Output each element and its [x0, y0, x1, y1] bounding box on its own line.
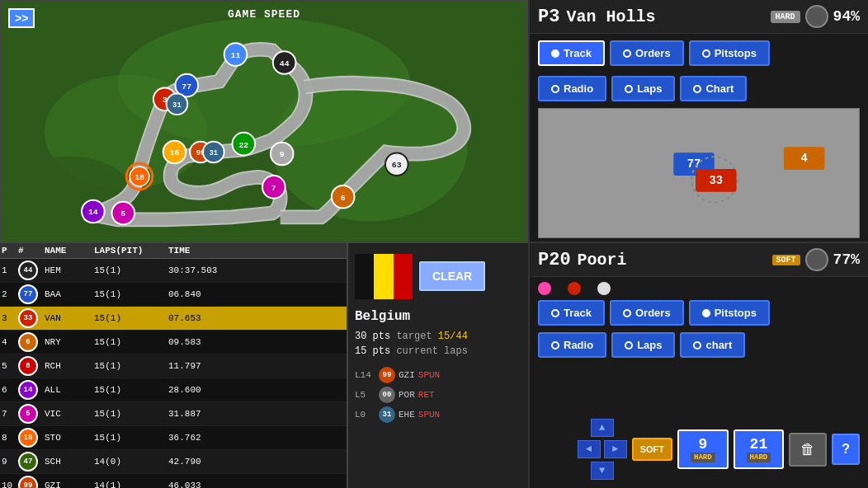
standings-header: P # NAME LAPS(PIT) TIME	[0, 243, 347, 259]
svg-text:77: 77	[182, 82, 191, 92]
action-buttons: ▲ ◄ ► ▼ SOFT 9 HARD 21	[530, 415, 868, 488]
hard-tire-21-button[interactable]: 21 HARD	[734, 429, 785, 469]
driver2-tire-type: SOFT	[772, 255, 800, 265]
soft-tire-button[interactable]: SOFT	[632, 438, 672, 461]
driver1-header: P3 Van Holls HARD 94%	[530, 0, 868, 34]
svg-text:7: 7	[271, 184, 276, 193]
list-item: L5 00 POR RET	[355, 385, 521, 405]
belgium-flag	[355, 254, 413, 299]
driver2-buttons-row2: Radio Laps chart	[538, 329, 860, 358]
radio-dot	[702, 49, 710, 58]
svg-text:77: 77	[687, 157, 701, 171]
table-row: 9 47 SCH 14(0) 42.790	[0, 450, 347, 474]
forward-button[interactable]: >>	[8, 8, 35, 28]
incident-list: L14 99 GZI SPUN L5 00 POR RET L0 31	[348, 362, 528, 428]
driver2-tire-circle	[805, 248, 828, 271]
svg-text:31: 31	[210, 149, 219, 157]
driver2-laps-button[interactable]: Laps	[611, 332, 675, 358]
nav-left-arrow[interactable]: ◄	[578, 440, 601, 458]
car-badge: 14	[18, 380, 38, 400]
table-row: 8 18 STO 15(1) 36.762	[0, 426, 347, 450]
trash-button[interactable]: 🗑	[789, 433, 827, 467]
driver2-position: P20	[538, 250, 571, 270]
race-info: 30 pts target 15/44 15 pts current laps	[348, 329, 528, 359]
svg-text:9: 9	[280, 150, 285, 159]
driver1-buttons-row1: Track Orders Pitstops	[530, 34, 868, 69]
tire-dots-row	[530, 277, 868, 300]
svg-text:4: 4	[801, 152, 808, 165]
driver2-orders-button[interactable]: Orders	[610, 300, 684, 326]
tire-dot-2	[568, 282, 581, 295]
hard-label-2: HARD	[747, 453, 771, 462]
clear-button[interactable]: CLEAR	[419, 261, 485, 291]
info-panel: CLEAR Belgium 30 pts target 15/44 15 pts…	[347, 243, 528, 488]
driver2-header: P20 Poori SOFT 77%	[530, 243, 868, 277]
svg-text:18: 18	[134, 173, 144, 182]
driver1-radio-button[interactable]: Radio	[538, 76, 606, 101]
incident-badge: 99	[379, 367, 395, 383]
car-badge: 6	[18, 332, 38, 352]
car-badge: 99	[18, 476, 38, 488]
table-row: 1 44 HEM 15(1) 30:37.503	[0, 259, 347, 283]
right-panel: P3 Van Holls HARD 94% Track Orders Pitst…	[528, 0, 868, 488]
driver2-panel: P20 Poori SOFT 77% Track	[530, 243, 868, 488]
driver2-radio-button[interactable]: Radio	[538, 332, 606, 358]
tire-dot-3	[597, 282, 611, 295]
driver1-orders-button[interactable]: Orders	[610, 40, 684, 66]
driver2-controls: Track Orders Pitstops Radio	[530, 300, 868, 358]
svg-text:14: 14	[88, 208, 98, 217]
driver2-pitstops-button[interactable]: Pitstops	[689, 300, 770, 326]
nav-up-arrow[interactable]: ▲	[591, 419, 614, 437]
col-pos: P	[2, 246, 18, 256]
svg-text:16: 16	[170, 148, 180, 157]
nav-down-arrow[interactable]: ▼	[591, 462, 614, 480]
hard-label-1: HARD	[691, 453, 715, 462]
svg-text:22: 22	[238, 141, 248, 150]
table-row: 7 5 VIC 15(1) 31.887	[0, 402, 347, 426]
flag-yellow	[374, 254, 393, 299]
car-badge: 44	[18, 260, 38, 280]
driver1-tire-circle	[805, 5, 828, 28]
radio-dot	[551, 85, 559, 93]
country-name: Belgium	[348, 309, 528, 329]
car-badge: 47	[18, 452, 38, 472]
question-button[interactable]: ?	[832, 434, 860, 465]
svg-text:11: 11	[231, 51, 241, 60]
radio-dot	[625, 341, 633, 350]
driver2-track-button[interactable]: Track	[538, 300, 605, 326]
driver2-chart-button[interactable]: chart	[680, 332, 745, 358]
nav-right-arrow[interactable]: ►	[604, 440, 627, 458]
track-svg: 11 44 77 3 31 16 99	[2, 2, 526, 242]
bottom-left: P # NAME LAPS(PIT) TIME 1 44 HEM 15(1) 3…	[0, 243, 528, 488]
car-badge: 5	[18, 404, 38, 424]
col-name: NAME	[45, 246, 94, 256]
driver1-laps-button[interactable]: Laps	[611, 76, 675, 101]
svg-text:63: 63	[392, 161, 402, 170]
table-row: 6 14 ALL 15(1) 28.600	[0, 378, 347, 402]
table-row: 3 33 VAN 15(1) 07.653	[0, 307, 347, 331]
table-row: 10 99 GZI 14(1) 46.033	[0, 474, 347, 488]
flag-black	[355, 254, 374, 299]
table-row: 5 8 RCH 15(1) 11.797	[0, 354, 347, 378]
driver1-track-button[interactable]: Track	[538, 40, 605, 66]
car-badge: 77	[18, 284, 38, 304]
flag-red	[394, 254, 413, 299]
driver1-pitstops-button[interactable]: Pitstops	[689, 40, 770, 66]
driver1-name: Van Holls	[566, 7, 770, 26]
incident-badge: 00	[379, 387, 395, 403]
incident-badge: 31	[379, 406, 395, 423]
car-badge: 18	[18, 428, 38, 448]
game-speed-label: GAME SPEED	[228, 8, 300, 21]
driver1-tire-type: HARD	[771, 11, 800, 23]
mini-track-view: 77 33 4	[538, 108, 860, 238]
driver1-chart-button[interactable]: Chart	[680, 76, 747, 101]
radio-dot	[551, 49, 559, 58]
driver1-pct: 94%	[833, 8, 860, 25]
col-laps: LAPS(PIT)	[94, 246, 168, 256]
col-num: #	[18, 246, 45, 256]
hard-tire-9-button[interactable]: 9 HARD	[677, 429, 729, 469]
left-panel: >> GAME SPEED	[0, 0, 528, 488]
radio-dot	[625, 85, 633, 93]
radio-dot	[693, 341, 701, 350]
radio-dot	[623, 49, 631, 58]
